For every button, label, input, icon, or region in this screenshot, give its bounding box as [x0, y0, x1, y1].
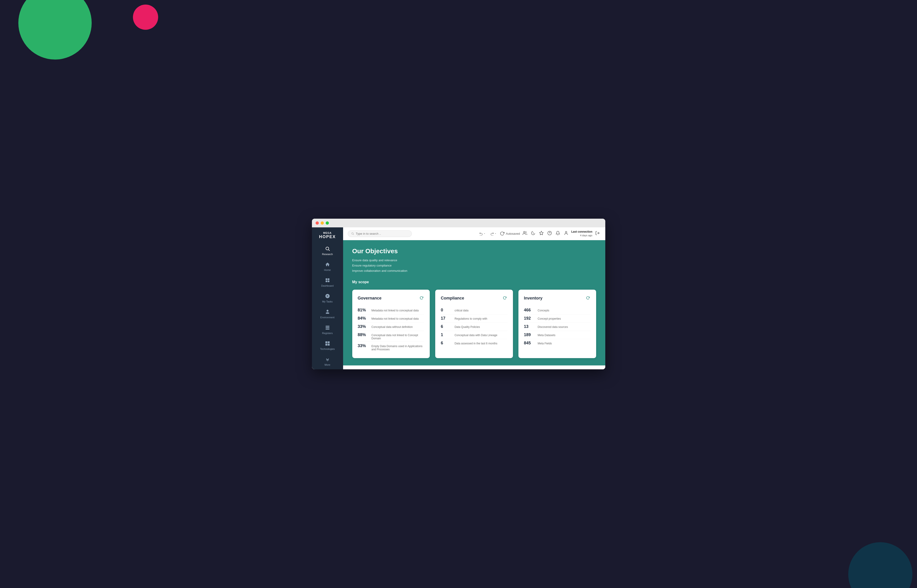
inventory-label-5: Meta Fields — [538, 342, 552, 345]
inventory-val-4: 189 — [524, 333, 535, 337]
governance-val-4: 88% — [358, 333, 369, 337]
svg-rect-9 — [326, 329, 329, 330]
help-button[interactable] — [546, 230, 553, 237]
hero-section: Our Objectives Ensure data quality and r… — [343, 240, 605, 295]
governance-row-4: 88% Conceptual data not linked to Concep… — [358, 331, 424, 342]
svg-rect-5 — [327, 281, 329, 282]
compliance-refresh-button[interactable] — [502, 295, 507, 302]
svg-rect-8 — [326, 328, 329, 328]
svg-rect-7 — [326, 326, 329, 327]
redo-chevron-icon — [494, 233, 497, 235]
inventory-row-1: 466 Concepts — [524, 306, 591, 314]
notifications-button[interactable] — [555, 230, 561, 237]
compliance-label-1: critical data — [455, 309, 468, 312]
main-area: Autosaved — [343, 227, 605, 370]
users-icon — [523, 231, 527, 235]
inventory-card: Inventory 466 Concepts — [518, 290, 596, 358]
star-icon — [539, 231, 544, 235]
sidebar-label-home: Home — [324, 268, 331, 271]
svg-rect-11 — [327, 341, 329, 343]
governance-val-3: 33% — [358, 324, 369, 329]
sidebar-item-dashboard[interactable]: Dashboard — [312, 275, 343, 290]
governance-label-4: Conceptual data not linked to Concept Do… — [371, 334, 424, 340]
maximize-button[interactable] — [326, 221, 329, 225]
compliance-row-3: 6 Data Quality Policies — [441, 323, 507, 331]
home-icon — [325, 262, 330, 268]
autosaved-badge: Autosaved — [500, 231, 520, 236]
sidebar-item-tasks[interactable]: My Tasks — [312, 290, 343, 306]
governance-refresh-button[interactable] — [419, 295, 424, 302]
svg-rect-3 — [327, 278, 329, 280]
topbar: Autosaved — [343, 227, 605, 240]
compliance-title: Compliance — [441, 296, 464, 300]
close-button[interactable] — [316, 221, 319, 225]
compliance-card: Compliance 0 critical data — [435, 290, 513, 358]
bg-decoration-green — [18, 0, 92, 60]
environment-icon — [325, 309, 330, 315]
sidebar-item-technologies[interactable]: Technologies — [312, 338, 343, 354]
search-box[interactable] — [348, 230, 412, 237]
undo-chevron-icon — [483, 233, 486, 235]
profile-button[interactable] — [563, 230, 569, 237]
more-icon — [325, 357, 330, 362]
search-input[interactable] — [356, 232, 408, 235]
cards-section: Governance 81% Metadata not linked to co… — [343, 290, 605, 365]
objective-2: Ensure regulatory compliance — [352, 263, 596, 268]
history-button[interactable] — [530, 230, 536, 237]
inventory-label-4: Meta Datasets — [538, 334, 555, 337]
logout-icon — [595, 231, 600, 235]
sidebar-label-dashboard: Dashboard — [321, 284, 334, 287]
svg-rect-10 — [325, 341, 327, 343]
svg-point-20 — [565, 231, 567, 233]
sidebar-item-more[interactable]: More — [312, 354, 343, 369]
governance-row-2: 84% Metadata not linked to conceptual da… — [358, 314, 424, 323]
autosaved-label: Autosaved — [506, 232, 520, 235]
hero-objectives: Ensure data quality and relevance Ensure… — [352, 258, 596, 274]
sidebar-item-home[interactable]: Home — [312, 259, 343, 275]
svg-rect-12 — [325, 344, 327, 346]
svg-marker-17 — [540, 231, 543, 235]
tasks-icon — [325, 294, 330, 299]
compliance-label-3: Data Quality Policies — [455, 325, 480, 329]
last-connection-title: Last connection — [571, 230, 592, 234]
users-button[interactable] — [522, 230, 528, 237]
sidebar-item-environment[interactable]: Environment — [312, 306, 343, 322]
sidebar-label-registers: Registers — [322, 332, 332, 334]
last-connection-time: 4 days ago — [571, 234, 592, 237]
svg-point-18 — [548, 231, 552, 235]
redo-icon — [490, 232, 494, 235]
compliance-label-5: Data assessed in the last 6 months — [455, 342, 497, 345]
inventory-val-3: 13 — [524, 324, 535, 329]
inventory-val-1: 466 — [524, 308, 535, 313]
undo-button[interactable] — [478, 231, 487, 236]
app-container: MEGA HOPEX Research — [312, 227, 605, 370]
svg-line-1 — [329, 250, 330, 251]
svg-line-15 — [353, 234, 354, 235]
registers-icon — [325, 325, 330, 331]
logo-mega: MEGA — [319, 231, 336, 234]
inventory-refresh-button[interactable] — [585, 295, 591, 302]
governance-label-3: Conceptual data without definition — [371, 325, 413, 329]
sidebar-item-registers[interactable]: Registers — [312, 322, 343, 338]
logo-hopex: HOPEX — [319, 234, 336, 239]
last-connection: Last connection 4 days ago — [571, 230, 592, 237]
sidebar-label-research: Research — [322, 253, 333, 255]
autosave-icon — [500, 231, 504, 236]
favorites-button[interactable] — [538, 230, 544, 237]
sidebar-item-research[interactable]: Research — [312, 243, 343, 259]
redo-button[interactable] — [489, 231, 498, 236]
browser-titlebar — [312, 219, 605, 227]
inventory-label-3: Discovered data sources — [538, 325, 568, 329]
inventory-row-5: 845 Meta Fields — [524, 339, 591, 347]
minimize-button[interactable] — [321, 221, 324, 225]
inventory-val-5: 845 — [524, 341, 535, 346]
compliance-row-2: 17 Regulations to comply with — [441, 314, 507, 323]
governance-row-3: 33% Conceptual data without definition — [358, 323, 424, 331]
compliance-card-header: Compliance — [441, 295, 507, 302]
history-icon — [531, 231, 535, 235]
logout-button[interactable] — [594, 230, 601, 237]
content-area: Our Objectives Ensure data quality and r… — [343, 240, 605, 370]
search-icon — [325, 246, 330, 252]
inventory-val-2: 192 — [524, 316, 535, 321]
governance-card-header: Governance — [358, 295, 424, 302]
